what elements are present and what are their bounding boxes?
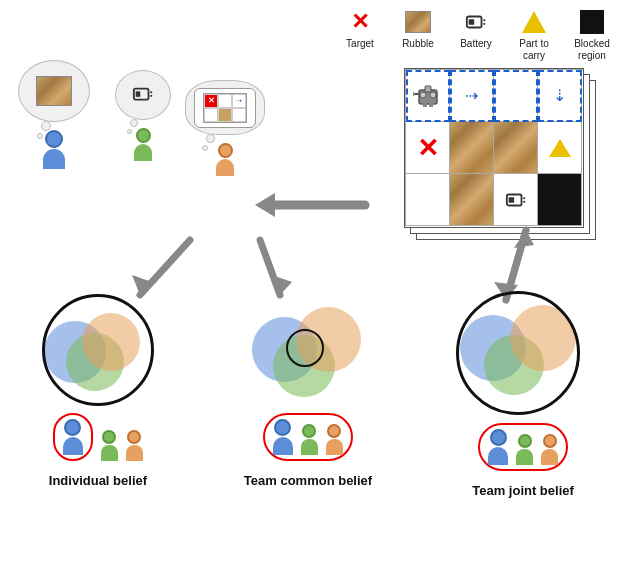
- svg-rect-19: [136, 91, 141, 97]
- agent3-group: ✕ ⇢: [185, 80, 265, 176]
- thought-content-rubble: [36, 76, 72, 106]
- venn-area: Individual belief Team common belief: [0, 295, 626, 498]
- cell-rubble1: [450, 122, 494, 174]
- thought-bubble-2: [115, 70, 171, 120]
- person-blue-team-common: [273, 419, 293, 455]
- person-orange-individual: [126, 430, 143, 461]
- cell-rubble2: [494, 122, 538, 174]
- cell-blocked1: [538, 174, 582, 226]
- legend: ✕ Target Rubble Battery Part to carry Bl: [334, 8, 618, 62]
- person-blue-individual: [63, 419, 83, 455]
- team-joint-label: Team joint belief: [472, 483, 574, 498]
- svg-point-6: [420, 92, 426, 98]
- team-common-venn: [248, 295, 368, 405]
- blocked-icon: [578, 8, 606, 36]
- legend-part: Part to carry: [508, 8, 560, 62]
- individual-label: Individual belief: [49, 473, 147, 488]
- grid-page-front: ⇢ ⇣ ✕: [404, 68, 584, 228]
- agent1-group: [18, 60, 90, 169]
- svg-rect-9: [429, 102, 433, 107]
- thought-bubble-1: [18, 60, 90, 122]
- person-orange-team-common: [326, 424, 343, 455]
- team-common-agents-row: [263, 413, 353, 461]
- cell-r1c4: ⇣: [538, 70, 582, 122]
- cell-robot: [406, 70, 450, 122]
- agent3-person: [216, 143, 234, 176]
- battery-icon: [462, 8, 490, 36]
- person-green-team-joint: [516, 434, 533, 465]
- grid-cells: ⇢ ⇣ ✕: [405, 69, 583, 226]
- cell-target: ✕: [406, 122, 450, 174]
- person-orange-team-joint: [541, 434, 558, 465]
- svg-marker-23: [132, 275, 152, 295]
- svg-rect-3: [469, 19, 475, 25]
- legend-rubble: Rubble: [392, 8, 444, 50]
- individual-belief-group: Individual belief: [38, 295, 158, 488]
- svg-marker-21: [255, 193, 275, 217]
- svg-point-7: [430, 92, 436, 98]
- legend-blocked: Blocked region: [566, 8, 618, 62]
- thought-bubble-3: ✕ ⇢: [185, 80, 265, 135]
- cell-battery: [494, 174, 538, 226]
- legend-target: ✕ Target: [334, 8, 386, 50]
- cell-r1c2: ⇢: [450, 70, 494, 122]
- arrow-agents-to-grid: [255, 185, 375, 225]
- person-green-team-common: [301, 424, 318, 455]
- agent1-person: [43, 130, 65, 169]
- cell-r1c3: [494, 70, 538, 122]
- svg-rect-5: [425, 86, 431, 92]
- agent2-person: [134, 128, 152, 161]
- team-joint-agents-row: [478, 423, 568, 471]
- person-blue-team-joint: [488, 429, 508, 465]
- cell-r3c1: [406, 174, 450, 226]
- individual-venn: [38, 295, 158, 405]
- individual-agent-blue-outline: [53, 413, 93, 461]
- svg-point-11: [413, 92, 415, 96]
- person-green-individual: [101, 430, 118, 461]
- team-common-group: Team common belief: [244, 295, 372, 488]
- robot-svg: [413, 82, 443, 110]
- team-joint-venn: [458, 295, 588, 415]
- agent2-group: [115, 70, 171, 161]
- legend-battery: Battery: [450, 8, 502, 50]
- team-common-label: Team common belief: [244, 473, 372, 488]
- individual-agents-row: [53, 413, 143, 461]
- target-icon: ✕: [346, 8, 374, 36]
- svg-rect-8: [423, 102, 427, 107]
- cell-rubble3: [450, 174, 494, 226]
- team-joint-group: Team joint belief: [458, 295, 588, 498]
- cell-part: [538, 122, 582, 174]
- rubble-icon: [404, 8, 432, 36]
- part-icon: [520, 8, 548, 36]
- svg-rect-15: [508, 197, 514, 203]
